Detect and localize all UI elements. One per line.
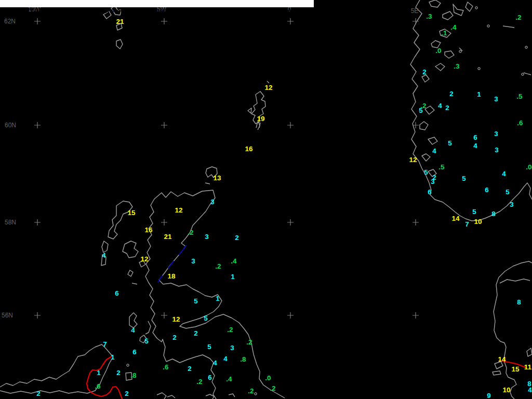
coastline [527, 348, 532, 356]
station-value: 3 [494, 130, 498, 138]
station-value: 3 [494, 95, 498, 103]
grid-cross-icon [287, 219, 294, 225]
station-circles-layer [127, 7, 527, 395]
station-value: .2 [215, 262, 221, 270]
coastlines-layer [0, 0, 532, 399]
station-value: .3 [454, 62, 460, 70]
grid-cross-icon [287, 312, 294, 318]
coastline [466, 2, 473, 11]
station-value: .6 [163, 363, 169, 371]
grid-cross-icon [161, 219, 167, 225]
station-value: 12 [175, 206, 182, 214]
coastline [422, 154, 430, 161]
station-value: 1 [111, 353, 115, 361]
grid-cross-icon [34, 312, 41, 318]
station-value: 4 [223, 355, 228, 363]
station-circle-icon [459, 50, 461, 52]
station-value: 5 [194, 297, 198, 305]
fronts-layer [87, 246, 526, 399]
station-value: 4 [432, 147, 436, 155]
station-value: 5 [424, 168, 428, 176]
station-value: .8 [130, 371, 137, 379]
station-value: 8 [491, 210, 496, 218]
station-value: 3 [495, 146, 499, 154]
coastline [128, 270, 133, 276]
station-value: 10 [474, 218, 482, 225]
station-value: .4 [231, 257, 237, 265]
coastline [205, 183, 210, 184]
station-value: 6 [208, 374, 212, 381]
station-value: 2 [36, 390, 41, 397]
station-value: 2 [125, 390, 129, 397]
station-value: 2 [116, 369, 121, 377]
title-bar: SAM 03.10.09 06:00 UTC Bodenwettermeldun… [0, 0, 314, 7]
station-circle-icon [525, 46, 527, 48]
station-value: 6 [132, 348, 137, 356]
station-value: 9 [487, 392, 491, 399]
station-value: 8 [517, 298, 521, 306]
station-value: 5 [144, 337, 149, 345]
station-value: 3 [210, 198, 215, 206]
grid-cross-icon [287, 18, 294, 24]
coastline [206, 394, 214, 399]
coastline [503, 26, 514, 28]
station-value: 21 [164, 233, 172, 241]
coastline [445, 51, 454, 58]
station-value: 15 [511, 365, 520, 373]
coastline [167, 395, 175, 398]
coastline [123, 241, 138, 258]
coastline [157, 393, 166, 399]
grid-label-latitude: 58N [5, 219, 16, 226]
coastline [422, 75, 429, 82]
coastline [229, 394, 235, 397]
grid-label-latitude: 60N [5, 122, 16, 129]
grid-cross-icon [287, 122, 294, 128]
map-svg: 10W5W05E62N60N58N56N21121916131215162112… [0, 0, 532, 399]
station-value: 12 [140, 255, 148, 263]
grid-cross-icon [413, 18, 419, 24]
station-value: .2 [188, 229, 193, 236]
station-value: 2 [188, 365, 192, 373]
coastline [108, 201, 132, 239]
station-value: .3 [426, 12, 432, 20]
station-value: .0 [435, 47, 441, 55]
station-circle-icon [478, 68, 480, 70]
coastline [435, 63, 445, 71]
coastline [267, 81, 269, 83]
coastline [145, 321, 151, 334]
station-value: 3 [191, 257, 195, 265]
coastline [429, 0, 441, 7]
station-value: 2 [235, 234, 239, 242]
grid-label-longitude: 5E [411, 7, 419, 15]
station-value: 7 [465, 220, 469, 228]
station-value: .2 [270, 384, 275, 392]
station-value: 4 [102, 251, 106, 259]
station-circle-icon [522, 73, 524, 75]
station-value: 10 [502, 386, 510, 394]
coastline [524, 73, 531, 75]
station-value: 14 [498, 355, 506, 363]
station-value: 16 [245, 145, 253, 153]
station-value: .8 [240, 355, 246, 363]
station-value: .0 [526, 163, 531, 171]
station-value: 2 [449, 90, 454, 98]
weather-map: 10W5W05E62N60N58N56N21121916131215162112… [0, 0, 532, 399]
station-value: 5 [204, 314, 208, 322]
front-line-red [87, 356, 122, 399]
station-value: 16 [144, 226, 153, 234]
station-value: 5 [472, 208, 476, 216]
station-value: 12 [172, 315, 180, 323]
station-value: .4 [226, 375, 232, 383]
coastline [500, 279, 530, 283]
grid-layer: 10W5W05E62N60N58N56N [2, 6, 419, 319]
station-value: .5 [438, 163, 445, 171]
grid-cross-icon [413, 219, 419, 225]
station-value: .2 [196, 378, 202, 385]
station-value: .5 [516, 92, 523, 100]
grid-cross-icon [34, 18, 41, 24]
coastline [494, 261, 532, 312]
station-value: 6 [115, 289, 119, 297]
coastline [132, 283, 137, 284]
station-value: 1 [477, 90, 481, 98]
station-value: 1 [216, 295, 220, 302]
